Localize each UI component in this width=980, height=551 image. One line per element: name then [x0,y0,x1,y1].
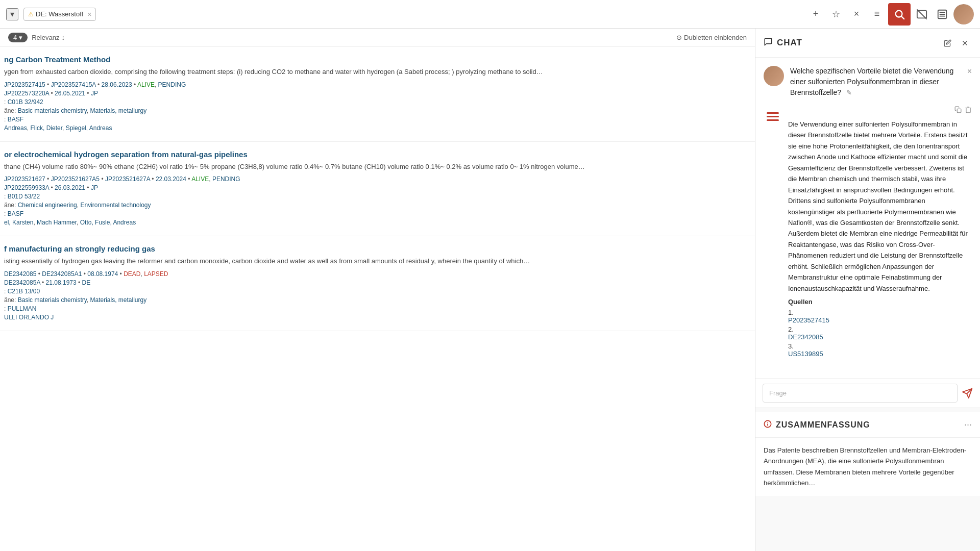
inventor-link[interactable]: Flick, Dieter [30,124,62,132]
chat-close-button[interactable] [958,36,972,50]
doc-link[interactable]: JP2023521627A [105,176,150,183]
sort-button[interactable]: Relevanz ↕ [32,34,65,41]
star-icon: ☆ [832,9,840,20]
chat-title: CHAT [777,38,936,48]
date-link[interactable]: 08.08.1974 [87,270,118,278]
close-icon: × [854,9,860,19]
table-row: ng Carbon Treatment Method ygen from exh… [0,47,755,142]
date-link[interactable]: 26.03.2021 [55,184,85,191]
doc-link[interactable]: JP2023527415A [51,81,96,88]
doc-link[interactable]: DE2342085A1 [42,270,82,278]
domain-link[interactable]: Basic materials chemistry [18,107,87,114]
inventor-link[interactable]: Spiegel, Andreas [66,124,112,132]
domain-link[interactable]: Materials, metallurgy [90,296,147,304]
result-abstract: thane (CH4) volume ratio 80%~ 90% ethane… [4,162,747,172]
result-ipc: : C21B 13/00 [4,288,747,295]
country-link[interactable]: JP [91,184,98,191]
filter-remove-icon[interactable]: × [87,10,91,18]
country-link[interactable]: DE [82,279,91,286]
send-button[interactable] [962,388,973,399]
date-link[interactable]: 28.06.2023 [102,81,132,88]
topbar-icons: + ☆ × ≡ [806,3,974,26]
inventor-link[interactable]: ULLI ORLANDO J [4,314,54,321]
country-link[interactable]: JP [91,90,98,97]
status-badge: PENDING [212,176,240,183]
doc-link[interactable]: JP2023521627A5 [51,176,100,183]
chat-ai-actions [788,106,972,115]
chat-edit-button[interactable] [940,36,954,50]
ipc-link[interactable]: B01D 53/22 [8,193,40,200]
trash-icon [965,106,972,113]
date-link[interactable]: 22.03.2024 [156,176,186,183]
result-ipc: : C01B 32/942 [4,98,747,106]
sources-title: Quellen [788,298,972,306]
result-assignee: : BASF [4,210,747,217]
inventor-link[interactable]: Mach Hammer [37,219,77,226]
chat-input-area [755,378,980,408]
assignee-link[interactable]: PULLMAN [8,305,37,312]
doc-link[interactable]: JP2023527415 [4,81,45,88]
svg-line-1 [901,16,904,19]
table-row: f manufacturing an strongly reducing gas… [0,236,755,331]
doc-link[interactable]: JP2023521627 [4,176,45,183]
inventor-link[interactable]: Andreas [4,124,27,132]
search-icon [894,9,905,20]
result-meta-docs: DE2342085A • 21.08.1973 • DE [4,279,747,286]
add-icon: + [813,9,819,19]
sort-icon: ↕ [61,34,65,41]
result-inventors: el, Karsten, Mach Hammer, Otto, Fusle, A… [4,219,747,226]
filter-tag[interactable]: ⚠ DE: Wasserstoff × [23,8,96,21]
doc-link[interactable]: JP2022559933A [4,184,49,191]
right-panel: CHAT [755,29,980,551]
ipc-link[interactable]: C01B 32/942 [8,98,43,106]
doc-link[interactable]: DE2342085 [4,270,36,278]
copy-button[interactable] [954,106,962,115]
date-link[interactable]: 21.08.1973 [46,279,77,286]
duplicates-button[interactable]: ⊙ Dubletten einblenden [676,34,747,41]
chat-input[interactable] [763,384,958,403]
dismiss-message-button[interactable]: × [967,67,972,76]
add-button[interactable]: + [806,5,825,23]
edit-icon [944,39,951,47]
doc-link[interactable]: JP2022573220A [4,90,49,97]
send-icon [962,388,973,399]
date-link[interactable]: 26.05.2021 [55,90,85,97]
inventor-link[interactable]: Otto, Fusle, Andreas [80,219,136,226]
copy-icon [954,106,962,113]
edit-message-icon[interactable]: ✎ [846,89,852,96]
user-avatar [764,66,784,86]
no-image-button[interactable] [913,5,931,23]
result-meta-ids: JP2023527415 • JP2023527415A • 28.06.202… [4,81,747,88]
menu-chevron[interactable]: ▾ [6,8,18,20]
assignee-link[interactable]: BASF [8,116,23,123]
summary-options-button[interactable]: ··· [964,419,972,430]
chat-ai-message: Die Verwendung einer sulfonierten Polysu… [764,106,972,362]
domain-link[interactable]: Materials, metallurgy [90,107,147,114]
close-button[interactable]: × [847,5,866,23]
domain-link[interactable]: Environmental technology [80,202,151,209]
result-meta-docs: JP2022573220A • 26.05.2021 • JP [4,90,747,97]
info-circle-icon [764,420,772,428]
user-avatar[interactable] [953,4,974,24]
trash-button[interactable] [965,106,972,115]
doc-link[interactable]: DE2342085A [4,279,40,286]
menu-button[interactable]: ≡ [868,5,886,23]
source-link-2[interactable]: DE2342085 [788,333,972,341]
source-link-3[interactable]: US5139895 [788,350,972,358]
result-domains: äne: Chemical engineering, Environmental… [4,202,747,209]
domain-link[interactable]: Chemical engineering [18,202,77,209]
chat-header: CHAT [755,29,980,58]
result-inventors: ULLI ORLANDO J [4,314,747,321]
star-button[interactable]: ☆ [827,5,845,23]
source-num: 3. [788,342,794,350]
list-button[interactable] [933,5,951,23]
inventor-link[interactable]: el, Karsten [4,219,33,226]
status-badge: PENDING [158,81,186,88]
source-link-1[interactable]: P2023527415 [788,316,972,324]
source-num: 1. [788,309,794,316]
search-button[interactable] [888,3,911,26]
assignee-link[interactable]: BASF [8,210,23,217]
result-title: or electrochemical hydrogen separation f… [4,150,747,159]
domain-link[interactable]: Basic materials chemistry [18,296,87,304]
ipc-link[interactable]: C21B 13/00 [8,288,40,295]
